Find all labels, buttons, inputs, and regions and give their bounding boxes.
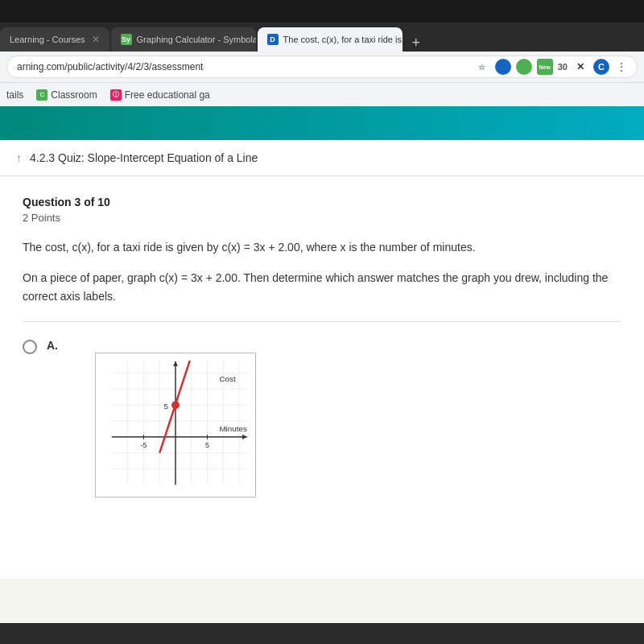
browser-chrome: Learning - Courses ✕ Sy Graphing Calcula… <box>0 23 644 106</box>
top-bar <box>0 0 644 23</box>
quiz-title: 4.2.3 Quiz: Slope-Intercept Equation of … <box>30 151 258 164</box>
question-content: Question 3 of 10 2 Points The cost, c(x)… <box>0 176 644 579</box>
graph-a: 5 -5 5 Cost Minutes <box>95 353 256 497</box>
x-icon: ✕ <box>572 59 588 75</box>
tab-active[interactable]: D The cost, c(x), for a taxi ride is g ✕ <box>258 27 402 52</box>
thirty-badge: 30 <box>558 62 568 72</box>
bookmarks-bar: tails C Classroom ⓘ Free educational ga <box>0 82 644 106</box>
bookmark-tails[interactable]: tails <box>6 89 23 101</box>
free-ed-icon: ⓘ <box>110 89 122 101</box>
svg-point-28 <box>171 402 180 410</box>
tab-close-learning[interactable]: ✕ <box>92 34 100 45</box>
new-badge: New <box>537 59 553 75</box>
quiz-header: ↑ 4.2.3 Quiz: Slope-Intercept Equation o… <box>0 140 644 176</box>
svg-text:Minutes: Minutes <box>219 424 247 433</box>
svg-marker-18 <box>173 361 178 366</box>
bookmark-classroom[interactable]: C Classroom <box>36 89 97 101</box>
tab-bar: Learning - Courses ✕ Sy Graphing Calcula… <box>0 23 644 52</box>
quiz-header-icon: ↑ <box>16 151 22 164</box>
option-a-content: A. <box>47 338 256 510</box>
content-area: ↑ 4.2.3 Quiz: Slope-Intercept Equation o… <box>0 140 644 623</box>
question-label: Question 3 of 10 <box>23 196 621 208</box>
c-icon: C <box>593 59 609 75</box>
question-text1: The cost, c(x), for a taxi ride is given… <box>23 238 621 256</box>
bookmark-tails-label: tails <box>6 89 23 101</box>
address-text: arning.com/public/activity/4/2/3/assessm… <box>17 61 474 72</box>
tab-symbolab-label: Graphing Calculator - Symbolab <box>137 35 256 44</box>
classroom-icon: C <box>36 89 47 101</box>
address-icons: ☆ New 30 ✕ C ⋮ <box>474 59 627 75</box>
active-tab-icon: D <box>267 34 279 45</box>
svg-text:Cost: Cost <box>219 374 236 383</box>
svg-text:5: 5 <box>163 402 168 411</box>
bookmark-free-ed-label: Free educational ga <box>125 89 210 101</box>
svg-marker-16 <box>242 435 247 440</box>
green-icon <box>516 59 532 75</box>
menu-icon[interactable]: ⋮ <box>616 60 627 73</box>
radio-a[interactable] <box>23 340 37 354</box>
graph-svg-a: 5 -5 5 Cost Minutes <box>96 353 255 497</box>
divider <box>23 321 621 322</box>
symbolab-icon: Sy <box>121 34 132 45</box>
svg-text:5: 5 <box>205 441 209 449</box>
svg-text:-5: -5 <box>140 441 147 449</box>
tab-learning[interactable]: Learning - Courses ✕ <box>0 27 109 52</box>
blue-icon <box>495 59 511 75</box>
teal-header <box>0 106 644 140</box>
bookmark-free-ed[interactable]: ⓘ Free educational ga <box>110 89 210 101</box>
address-bar-row: arning.com/public/activity/4/2/3/assessm… <box>0 52 644 82</box>
address-bar[interactable]: arning.com/public/activity/4/2/3/assessm… <box>6 56 638 78</box>
tab-active-label: The cost, c(x), for a taxi ride is g <box>283 35 402 44</box>
answer-option-a: A. <box>23 338 621 510</box>
graph-box-a: 5 -5 5 Cost Minutes <box>95 353 256 497</box>
new-tab-button[interactable]: + <box>404 35 429 52</box>
bookmark-classroom-label: Classroom <box>51 89 97 101</box>
tab-learning-label: Learning - Courses <box>10 35 85 44</box>
points-label: 2 Points <box>23 212 621 224</box>
option-a-label: A. <box>47 339 58 352</box>
tab-symbolab[interactable]: Sy Graphing Calculator - Symbolab ✕ <box>111 27 256 52</box>
star-icon[interactable]: ☆ <box>474 59 490 75</box>
question-text2: On a piece of paper, graph c(x) = 3x + 2… <box>23 269 621 305</box>
